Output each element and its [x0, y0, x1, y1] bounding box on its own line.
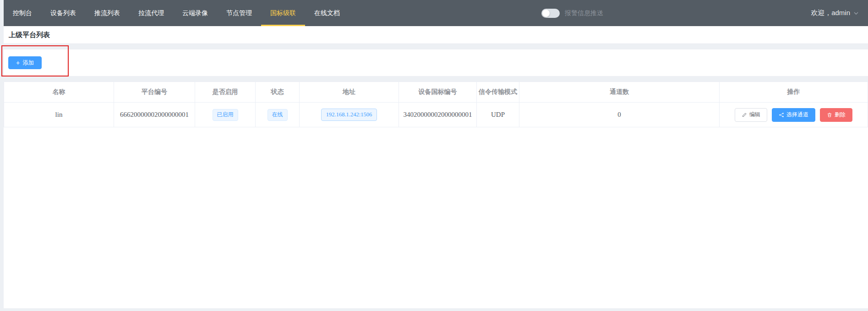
enabled-badge: 已启用 — [213, 109, 238, 121]
select-channel-button[interactable]: 选择通道 — [772, 108, 815, 122]
cell-channel-count: 0 — [519, 103, 720, 127]
nav-item-device-list[interactable]: 设备列表 — [41, 0, 85, 26]
nav-item-node-manage[interactable]: 节点管理 — [217, 0, 261, 26]
toggle-knob-icon — [542, 10, 550, 17]
user-menu[interactable]: 欢迎，admin — [811, 0, 859, 26]
nav-item-pull-proxy[interactable]: 拉流代理 — [129, 0, 173, 26]
nav-item-gb-cascade[interactable]: 国标级联 — [261, 0, 305, 26]
row-actions: 编辑 选择通道 删除 — [735, 108, 852, 122]
page-title: 上级平台列表 — [9, 26, 50, 44]
nav-item-console[interactable]: 控制台 — [4, 0, 41, 26]
platform-table: 名称 平台编号 是否启用 状态 地址 设备国标编号 信令传输模式 通道数 操作 … — [4, 82, 868, 308]
select-channel-label: 选择通道 — [786, 111, 808, 119]
alarm-push-label: 报警信息推送 — [565, 9, 603, 17]
chevron-down-icon — [853, 11, 859, 16]
cell-device-gb-id: 34020000002000000001 — [399, 103, 477, 127]
plus-icon: + — [16, 60, 20, 66]
pencil-icon — [742, 112, 747, 118]
edit-button-label: 编辑 — [749, 111, 760, 119]
cell-platform-id: 66620000002000000001 — [114, 103, 195, 127]
nav-item-online-docs[interactable]: 在线文档 — [305, 0, 349, 26]
cell-name: lin — [4, 103, 114, 127]
delete-button-label: 删除 — [835, 111, 846, 119]
add-button-label: 添加 — [22, 59, 34, 67]
col-header-operations: 操作 — [720, 82, 868, 102]
welcome-text: 欢迎，admin — [811, 9, 850, 17]
trash-icon — [827, 112, 832, 118]
table-header-row: 名称 平台编号 是否启用 状态 地址 设备国标编号 信令传输模式 通道数 操作 — [4, 82, 868, 103]
col-header-enabled: 是否启用 — [195, 82, 256, 102]
cell-signal-transport: UDP — [477, 103, 519, 127]
col-header-device-gb-id: 设备国标编号 — [399, 82, 477, 102]
add-button[interactable]: + 添加 — [8, 56, 42, 69]
table-row: lin 66620000002000000001 已启用 在线 192.168.… — [4, 103, 868, 127]
col-header-status: 状态 — [256, 82, 300, 102]
cell-address: 192.168.1.242:1506 — [300, 103, 399, 127]
address-button[interactable]: 192.168.1.242:1506 — [321, 109, 377, 121]
cell-enabled: 已启用 — [195, 103, 256, 127]
cell-operations: 编辑 选择通道 删除 — [720, 103, 868, 127]
col-header-channel-count: 通道数 — [519, 82, 720, 102]
share-icon — [779, 112, 784, 118]
nav-item-push-list[interactable]: 推流列表 — [85, 0, 129, 26]
col-header-address: 地址 — [300, 82, 399, 102]
col-header-signal-transport: 信令传输模式 — [477, 82, 519, 102]
col-header-platform-id: 平台编号 — [114, 82, 195, 102]
edit-button[interactable]: 编辑 — [735, 108, 767, 122]
status-badge: 在线 — [267, 109, 288, 121]
alarm-push-toggle[interactable] — [541, 9, 560, 18]
cell-status: 在线 — [256, 103, 300, 127]
alarm-push-group: 报警信息推送 — [541, 0, 603, 26]
delete-button[interactable]: 删除 — [820, 108, 852, 122]
nav-item-cloud-record[interactable]: 云端录像 — [173, 0, 217, 26]
page-header: 上级平台列表 — [4, 26, 868, 44]
col-header-name: 名称 — [4, 82, 114, 102]
top-navbar: 控制台 设备列表 推流列表 拉流代理 云端录像 节点管理 国标级联 在线文档 — [4, 0, 868, 26]
toolbar: + 添加 — [4, 49, 868, 76]
